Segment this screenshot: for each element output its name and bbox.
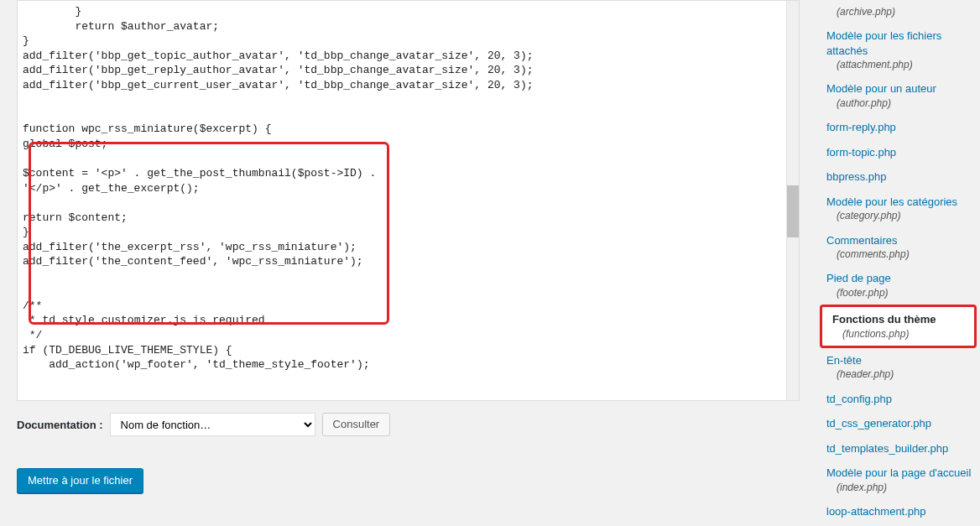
file-item-link[interactable]: loop-attachment.php	[826, 504, 972, 519]
file-item-link[interactable]: td_css_generator.php	[826, 416, 972, 431]
file-item[interactable]: Fonctions du thème(functions.php)	[820, 305, 977, 348]
file-item[interactable]: Modèle pour un auteur(author.php)	[816, 76, 980, 115]
file-item-link[interactable]: Modèle pour les catégories	[826, 195, 972, 210]
code-editor-container	[17, 0, 800, 401]
theme-file-list: (archive.php)Modèle pour les fichiers at…	[816, 0, 980, 523]
file-item[interactable]: loop-attachment.php	[816, 499, 980, 524]
file-item-sub: (header.php)	[826, 367, 972, 381]
file-item-link[interactable]: Commentaires	[826, 233, 972, 248]
editor-scroll-thumb[interactable]	[787, 185, 799, 237]
file-item-sub: (comments.php)	[826, 247, 972, 261]
editor-main: Documentation : Nom de fonction… Consult…	[0, 0, 816, 526]
file-item-link[interactable]: bbpress.php	[826, 169, 972, 185]
file-item-link[interactable]: form-reply.php	[826, 120, 972, 135]
file-item[interactable]: (archive.php)	[816, 0, 980, 23]
file-item[interactable]: bbpress.php	[816, 164, 980, 190]
update-file-button[interactable]: Mettre à jour le fichier	[17, 468, 143, 493]
file-item-sub: (index.php)	[826, 481, 972, 494]
file-item-title: Fonctions du thème	[832, 313, 936, 325]
file-item[interactable]: Commentaires(comments.php)	[816, 228, 980, 267]
file-item-link[interactable]: Modèle pour un auteur	[826, 81, 972, 96]
function-select[interactable]: Nom de fonction…	[110, 413, 315, 436]
file-item-link[interactable]: td_templates_builder.php	[826, 441, 972, 456]
file-item-sub: (attachment.php)	[826, 58, 972, 71]
file-sidebar: (archive.php)Modèle pour les fichiers at…	[816, 0, 980, 526]
file-item-link[interactable]: form-topic.php	[826, 145, 972, 160]
consult-button[interactable]: Consulter	[322, 413, 391, 436]
documentation-row: Documentation : Nom de fonction… Consult…	[17, 413, 800, 436]
documentation-label: Documentation :	[17, 419, 103, 431]
file-item-sub: (category.php)	[826, 209, 972, 222]
file-item-sub: (footer.php)	[826, 286, 972, 299]
file-item[interactable]: Modèle pour les fichiers attachés(attach…	[816, 23, 980, 76]
file-item-sub: (functions.php)	[832, 327, 966, 341]
file-item-link[interactable]: Pied de page	[826, 271, 972, 286]
file-item[interactable]: En-tête(header.php)	[816, 348, 980, 387]
file-item[interactable]: Pied de page(footer.php)	[816, 266, 980, 305]
file-item-link[interactable]: En-tête	[826, 353, 972, 368]
file-item[interactable]: form-reply.php	[816, 115, 980, 140]
file-item[interactable]: Modèle pour les catégories(category.php)	[816, 190, 980, 228]
file-item-link[interactable]: Modèle pour les fichiers attachés	[826, 29, 972, 58]
file-item[interactable]: td_css_generator.php	[816, 411, 980, 436]
file-item[interactable]: td_config.php	[816, 387, 980, 412]
file-item-link[interactable]: Modèle pour la page d'accueil	[826, 466, 972, 481]
file-item[interactable]: td_templates_builder.php	[816, 436, 980, 461]
file-item[interactable]: form-topic.php	[816, 140, 980, 165]
file-item-link[interactable]: td_config.php	[826, 392, 972, 407]
file-item-sub: (author.php)	[826, 96, 972, 110]
file-item-sub: (archive.php)	[826, 5, 972, 18]
file-item[interactable]: Modèle pour la page d'accueil(index.php)	[816, 461, 980, 499]
code-editor[interactable]	[17, 0, 800, 401]
editor-scrollbar[interactable]	[786, 1, 799, 400]
